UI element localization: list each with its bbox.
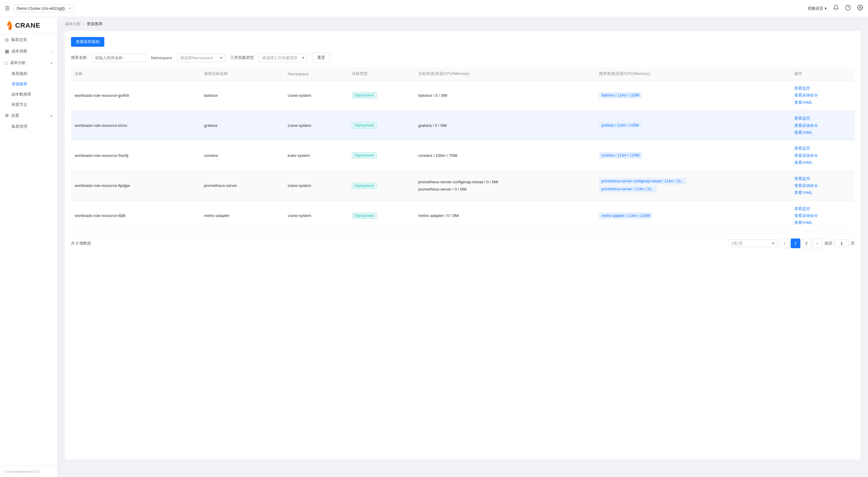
action-link-查看采纳命令[interactable]: 查看采纳命令 xyxy=(794,152,851,159)
action-link-查看采纳命令[interactable]: 查看采纳命令 xyxy=(794,182,851,189)
cell-target-type: Deployment xyxy=(348,141,415,171)
page-nav: ‹ 1 2 › xyxy=(780,239,822,248)
replica-recommendation-label: 副本数推荐 xyxy=(11,92,31,96)
cell-current-resources: coredns / 100m / 70Mi xyxy=(414,141,595,171)
cell-actions: 查看监控查看采纳命令查看YAML xyxy=(790,111,855,141)
workload-type-label: 工作负载类型 xyxy=(230,55,254,60)
sidebar-item-recommendation-rules[interactable]: 推荐规则 xyxy=(0,68,57,79)
sidebar-item-cost-analysis[interactable]: □ 成本分析 ∧ xyxy=(0,57,57,68)
cell-name: workloads-rule-resource-t5jl8 xyxy=(71,201,200,231)
cost-analysis-icon: □ xyxy=(5,60,8,65)
breadcrumb: 成本分析 › 资源推荐 xyxy=(58,17,868,31)
cell-recommended-resources: metric-adapter / 114m / 115Mi xyxy=(595,201,790,231)
action-link-查看监控[interactable]: 查看监控 xyxy=(794,175,851,182)
cell-current-resources: metric-adapter / 0 / 0Mi xyxy=(414,201,595,231)
sidebar-footer: Crane Dashboard 0.2.0 xyxy=(0,466,57,477)
page-size-select: 5条/页 10条/页 20条/页 50条/页 xyxy=(729,239,777,247)
recommended-value: prometheus-server-configmap-reload / 114… xyxy=(599,178,686,184)
cell-target-name: fadvisor xyxy=(200,81,284,111)
action-link-查看YAML[interactable]: 查看YAML xyxy=(794,159,851,166)
action-link-查看监控[interactable]: 查看监控 xyxy=(794,145,851,152)
cell-target-type: Deployment xyxy=(348,111,415,141)
deployment-badge: Deployment xyxy=(352,92,377,98)
help-icon[interactable] xyxy=(845,5,851,12)
sidebar-item-resource-recommendation[interactable]: 资源推荐 xyxy=(0,79,57,89)
namespace-select[interactable]: 请选择Namespace xyxy=(177,53,225,62)
page-jump: 跳至 页 xyxy=(825,239,855,247)
bell-icon[interactable] xyxy=(833,5,839,12)
action-link-查看YAML[interactable]: 查看YAML xyxy=(794,219,851,226)
col-current-resources: 当前资源(容器/CPU/Memory) xyxy=(414,67,595,81)
action-link-查看采纳命令[interactable]: 查看采纳命令 xyxy=(794,122,851,129)
action-link-查看YAML[interactable]: 查看YAML xyxy=(794,129,851,136)
cell-current-resources: prometheus-server-configmap-reload / 0 /… xyxy=(414,171,595,201)
page-size-wrapper: 5条/页 10条/页 20条/页 50条/页 xyxy=(729,239,777,247)
page-1-button[interactable]: 1 xyxy=(790,239,800,248)
action-link-查看采纳命令[interactable]: 查看采纳命令 xyxy=(794,212,851,219)
action-link-查看监控[interactable]: 查看监控 xyxy=(794,205,851,212)
action-link-查看YAML[interactable]: 查看YAML xyxy=(794,99,851,106)
cell-namespace: kube-system xyxy=(284,141,348,171)
action-link-查看监控[interactable]: 查看监控 xyxy=(794,115,851,122)
breadcrumb-current: 资源推荐 xyxy=(87,21,102,27)
col-recommended-resources: 推荐资源(容器/CPU/Memory) xyxy=(595,67,790,81)
pagination-right: 5条/页 10条/页 20条/页 50条/页 ‹ 1 2 › xyxy=(729,239,855,248)
cell-target-type: Deployment xyxy=(348,201,415,231)
cell-actions: 查看监控查看采纳命令查看YAML xyxy=(790,171,855,201)
app-body: CRANE ◎ 集群总览 ▦ 成本洞察 › □ 成本分析 ∧ 推荐规则 资源推荐… xyxy=(0,17,868,477)
sidebar-item-cost-insight[interactable]: ▦ 成本洞察 › xyxy=(0,46,57,57)
filter-bar: 推荐名称 Namespace 请选择Namespace 工作负载类型 请选择工作… xyxy=(71,53,855,62)
col-target-type: 目标类型 xyxy=(348,67,415,81)
table-header-row: 名称 推荐目标名称 Namespace 目标类型 当前资源(容器/CPU/Mem… xyxy=(71,67,855,81)
table-row: workloads-rule-resource-t5jl8metric-adap… xyxy=(71,201,855,231)
namespace-select-wrapper: 请选择Namespace xyxy=(177,53,225,62)
sidebar-label-settings: 设置 xyxy=(11,113,50,118)
settings-chevron-icon: ∧ xyxy=(50,114,53,117)
col-namespace: Namespace xyxy=(284,67,348,81)
recommended-value: prometheus-server / 114m / 23... xyxy=(599,186,657,192)
view-rules-button[interactable]: 查看推荐规则 xyxy=(71,37,104,47)
cell-current-resources: fadvisor / 0 / 0Mi xyxy=(414,81,595,111)
page-2-button[interactable]: 2 xyxy=(802,239,811,248)
menu-icon[interactable]: ☰ xyxy=(5,5,10,12)
reset-button[interactable]: 重置 xyxy=(312,53,330,62)
sidebar-logo: CRANE xyxy=(0,17,57,34)
breadcrumb-parent: 成本分析 xyxy=(65,21,81,27)
sidebar-item-settings[interactable]: ⚙ 设置 ∧ xyxy=(0,110,57,121)
crane-logo: CRANE xyxy=(5,20,40,31)
pagination-bar: 共 8 项数据 5条/页 10条/页 20条/页 50条/页 xyxy=(71,233,855,248)
sidebar-item-replica-recommendation[interactable]: 副本数推荐 xyxy=(0,89,57,99)
sidebar-item-idle-nodes[interactable]: 闲置节点 xyxy=(0,99,57,110)
cluster-selector[interactable]: Demo Cluster (cls-w62zgjfj) ▾ xyxy=(13,5,74,12)
table-row: workloads-rule-resource-gs4h9fadvisorcra… xyxy=(71,81,855,111)
name-filter-input[interactable] xyxy=(92,53,146,62)
action-link-查看YAML[interactable]: 查看YAML xyxy=(794,189,851,196)
cell-namespace: crane-system xyxy=(284,81,348,111)
cell-name: workloads-rule-resource-6pdgw xyxy=(71,171,200,201)
action-link-查看监控[interactable]: 查看监控 xyxy=(794,85,851,92)
cell-namespace: crane-system xyxy=(284,171,348,201)
cell-namespace: crane-system xyxy=(284,111,348,141)
action-link-查看采纳命令[interactable]: 查看采纳命令 xyxy=(794,92,851,99)
workload-type-select[interactable]: 请选择工作负载类型 xyxy=(259,53,307,62)
sidebar-item-cluster-overview[interactable]: ◎ 集群总览 xyxy=(0,34,57,46)
jump-input[interactable] xyxy=(834,239,849,247)
cell-actions: 查看监控查看采纳命令查看YAML xyxy=(790,141,855,171)
sidebar-label-cost-insight: 成本洞察 xyxy=(11,49,52,54)
sidebar: CRANE ◎ 集群总览 ▦ 成本洞察 › □ 成本分析 ∧ 推荐规则 资源推荐… xyxy=(0,17,58,477)
table-row: workloads-rule-resource-5wz8jcorednskube… xyxy=(71,141,855,171)
prev-page-button[interactable]: ‹ xyxy=(780,239,789,248)
cell-name: workloads-rule-resource-ktvnc xyxy=(71,111,200,141)
settings-icon[interactable] xyxy=(857,5,863,12)
lang-chevron-icon: ▾ xyxy=(825,6,827,11)
content-area: 查看推荐规则 推荐名称 Namespace 请选择Namespace 工作负载类… xyxy=(65,31,861,459)
cell-namespace: crane-system xyxy=(284,201,348,231)
table-wrapper: 名称 推荐目标名称 Namespace 目标类型 当前资源(容器/CPU/Mem… xyxy=(71,67,855,231)
page-size-dropdown[interactable]: 5条/页 10条/页 20条/页 50条/页 xyxy=(729,239,777,247)
next-page-button[interactable]: › xyxy=(812,239,822,248)
recommended-value: grafana / 114m / 115Mi xyxy=(599,122,641,129)
cell-target-name: metric-adapter xyxy=(200,201,284,231)
sidebar-item-cluster-management[interactable]: 集群管理 xyxy=(0,121,57,132)
cell-target-type: Deployment xyxy=(348,171,415,201)
lang-switcher[interactable]: 切换语言 ▾ xyxy=(808,6,827,11)
